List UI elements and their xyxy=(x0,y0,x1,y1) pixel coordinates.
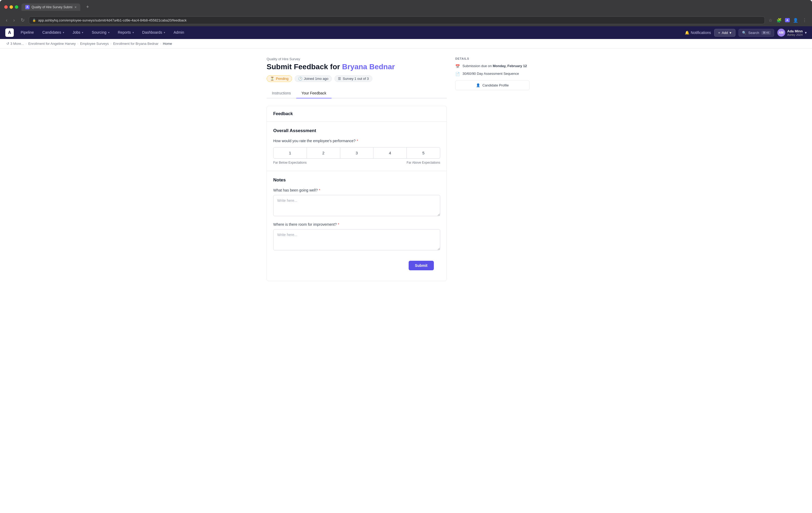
rating-label-low: Far Below Expectations xyxy=(273,161,307,164)
history-icon: ↺ xyxy=(6,42,9,46)
status-bar: ⏳ Pending 🕐 Joined 1mo ago ☰ Survey 1 ou… xyxy=(267,75,447,82)
url-text: app.ashbyhq.com/employee-surveys/submit/… xyxy=(38,18,186,22)
breadcrumb-separator: › xyxy=(77,42,79,46)
document-icon: 📄 xyxy=(455,72,460,76)
nav-item-candidates[interactable]: Candidates ▾ xyxy=(39,26,68,39)
going-well-question: What has been going well? * xyxy=(273,188,440,192)
feedback-card: Feedback Overall Assessment How would yo… xyxy=(267,106,447,281)
notes-title: Notes xyxy=(273,178,440,183)
notifications-button[interactable]: 🔔 Notifications xyxy=(685,30,711,35)
chevron-down-icon: ▾ xyxy=(805,30,807,35)
toolbar-icons: ☆ 🧩 A 👤 ⋮ xyxy=(767,17,808,24)
assessment-sequence-label: 30/60/90 Day Assessment Sequence xyxy=(462,72,519,76)
nav-item-reports[interactable]: Reports ▾ xyxy=(114,26,138,39)
browser-toolbar: ‹ › ↻ 🔒 app.ashbyhq.com/employee-surveys… xyxy=(0,14,812,26)
profile-icon[interactable]: 👤 xyxy=(792,17,799,24)
reload-button[interactable]: ↻ xyxy=(19,16,26,24)
search-button[interactable]: 🔍 Search ⌘+K xyxy=(738,29,774,36)
user-info: Ada Minn Ashby 2024 xyxy=(787,29,803,36)
notes-section: Notes What has been going well? * Where … xyxy=(267,171,446,281)
browser-window: A Quality of Hire Survey Submi × + ‹ › ↻… xyxy=(0,0,812,513)
title-prefix: Submit Feedback for xyxy=(267,62,342,71)
user-name: Ada Minn xyxy=(787,29,803,33)
page-container: Quality of Hire Survey Submit Feedback f… xyxy=(260,49,552,290)
overall-assessment-title: Overall Assessment xyxy=(273,128,440,133)
nav-item-sourcing[interactable]: Sourcing ▾ xyxy=(88,26,113,39)
rating-button-5[interactable]: 5 xyxy=(407,147,440,159)
submit-button[interactable]: Submit xyxy=(409,261,434,270)
nav-label-reports: Reports xyxy=(118,30,131,34)
calendar-icon: 📅 xyxy=(455,64,460,69)
going-well-textarea[interactable] xyxy=(273,195,440,216)
search-icon: 🔍 xyxy=(742,31,746,35)
breadcrumb-current: Home xyxy=(163,42,172,46)
plus-icon: + xyxy=(718,31,720,35)
nav-item-dashboards[interactable]: Dashboards ▾ xyxy=(139,26,169,39)
breadcrumb-separator: › xyxy=(25,42,27,46)
status-badge-pending: ⏳ Pending xyxy=(267,75,292,82)
ashby-extension-icon[interactable]: A xyxy=(785,18,790,22)
tab-instructions[interactable]: Instructions xyxy=(267,88,296,99)
rating-button-2[interactable]: 2 xyxy=(307,147,340,159)
new-tab-button[interactable]: + xyxy=(84,3,92,11)
submission-due-text: Submission due on Monday, February 12 xyxy=(462,64,527,68)
performance-question: How would you rate the employee's perfor… xyxy=(273,139,440,143)
bookmark-icon[interactable]: ☆ xyxy=(767,17,773,24)
forward-button[interactable]: › xyxy=(12,17,17,24)
nav-item-admin[interactable]: Admin xyxy=(170,26,188,39)
chevron-down-icon: ▾ xyxy=(730,31,731,35)
nav-label-candidates: Candidates xyxy=(42,30,61,34)
tab-close-button[interactable]: × xyxy=(75,5,77,9)
required-indicator: * xyxy=(357,139,358,143)
app-logo[interactable]: A xyxy=(5,28,14,37)
close-window-button[interactable] xyxy=(4,5,8,9)
person-icon: 👤 xyxy=(476,83,480,87)
avatar: AM xyxy=(777,29,785,36)
feedback-header: Feedback xyxy=(267,106,446,122)
improvement-textarea[interactable] xyxy=(273,229,440,250)
rating-scale: 1 2 3 4 5 xyxy=(273,147,440,159)
extensions-icon[interactable]: 🧩 xyxy=(776,17,783,24)
tab-your-feedback[interactable]: Your Feedback xyxy=(296,88,332,99)
candidate-profile-button[interactable]: 👤 Candidate Profile xyxy=(455,80,529,90)
details-section: DETAILS 📅 Submission due on Monday, Febr… xyxy=(455,57,529,90)
right-column: DETAILS 📅 Submission due on Monday, Febr… xyxy=(455,57,529,281)
breadcrumb-separator: › xyxy=(160,42,161,46)
breadcrumb-item-3[interactable]: Enrollment for Bryana Bednar xyxy=(113,42,158,46)
chevron-down-icon: ▾ xyxy=(108,31,110,34)
app-nav: A Pipeline Candidates ▾ Jobs ▾ Sourcing … xyxy=(0,26,812,39)
security-icon: 🔒 xyxy=(32,19,36,22)
breadcrumb-separator: › xyxy=(111,42,112,46)
nav-item-pipeline[interactable]: Pipeline xyxy=(17,26,38,39)
submission-due-item: 📅 Submission due on Monday, February 12 xyxy=(455,64,529,69)
rating-button-3[interactable]: 3 xyxy=(340,147,374,159)
nav-item-jobs[interactable]: Jobs ▾ xyxy=(69,26,87,39)
tabs: Instructions Your Feedback xyxy=(267,88,447,99)
address-bar[interactable]: 🔒 app.ashbyhq.com/employee-surveys/submi… xyxy=(29,17,765,24)
user-org: Ashby 2024 xyxy=(787,33,803,36)
required-indicator: * xyxy=(338,222,339,226)
rating-button-4[interactable]: 4 xyxy=(373,147,407,159)
rating-button-1[interactable]: 1 xyxy=(273,147,307,159)
breadcrumb-more[interactable]: ↺ 3 More... xyxy=(6,42,24,46)
nav-label-admin: Admin xyxy=(174,30,184,34)
tab-title: Quality of Hire Survey Submi xyxy=(32,5,72,9)
search-kbd: ⌘+K xyxy=(761,31,771,35)
add-button[interactable]: + Add ▾ xyxy=(714,29,735,36)
survey-label: Quality of Hire Survey xyxy=(267,57,447,61)
menu-icon[interactable]: ⋮ xyxy=(802,17,808,24)
notifications-label: Notifications xyxy=(691,30,711,35)
bell-icon: 🔔 xyxy=(685,30,689,35)
back-button[interactable]: ‹ xyxy=(4,17,9,24)
minimize-window-button[interactable] xyxy=(9,5,13,9)
chevron-down-icon: ▾ xyxy=(82,31,83,34)
clock-icon: 🕐 xyxy=(298,77,302,81)
page-title: Submit Feedback for Bryana Bednar xyxy=(267,62,447,71)
maximize-window-button[interactable] xyxy=(15,5,18,9)
candidate-name: Bryana Bednar xyxy=(342,62,395,71)
breadcrumb-item-2[interactable]: Employee Surveys xyxy=(80,42,109,46)
status-badge-survey: ☰ Survey 1 out of 3 xyxy=(335,75,372,82)
user-menu[interactable]: AM Ada Minn Ashby 2024 ▾ xyxy=(777,29,807,36)
browser-tab[interactable]: A Quality of Hire Survey Submi × xyxy=(22,3,80,11)
breadcrumb-item-1[interactable]: Enrollment for Angeline Harvey xyxy=(28,42,76,46)
